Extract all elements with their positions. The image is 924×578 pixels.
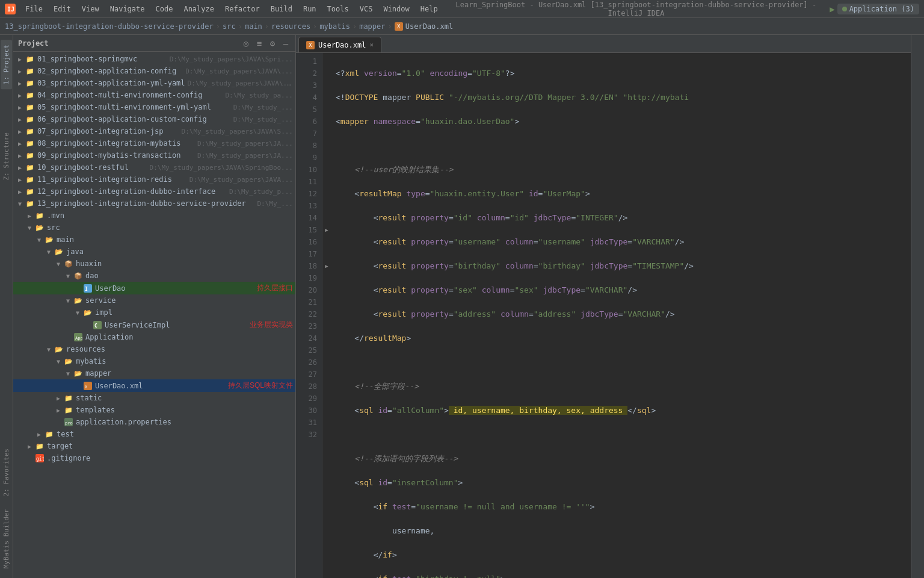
tree-arrow-03[interactable]: ▶ — [18, 80, 25, 87]
tree-item-huaxin[interactable]: ▼ 📦 huaxin — [13, 258, 295, 270]
tree-item-08[interactable]: ▶ 📁 08_springboot-integration-mybatis D:… — [13, 137, 295, 149]
tree-arrow-impl[interactable]: ▼ — [76, 309, 83, 316]
code-content[interactable]: <?xml version="1.0" encoding="UTF-8"?> <… — [331, 53, 911, 578]
project-tab[interactable]: 1: Project — [1, 40, 12, 89]
favorites-tab[interactable]: 2: Favorites — [1, 444, 12, 501]
tree-item-main[interactable]: ▼ 📂 main — [13, 234, 295, 246]
tree-item-resources[interactable]: ▼ 📂 resources — [13, 343, 295, 355]
tree-arrow-04[interactable]: ▶ — [18, 92, 25, 99]
mybatis-builder-tab[interactable]: MyBatis Builder — [1, 504, 12, 573]
tree-item-application[interactable]: ▶ App Application — [13, 331, 295, 343]
tree-item-gitignore[interactable]: ▶ git .gitignore — [13, 452, 295, 464]
tree-arrow-08[interactable]: ▶ — [18, 140, 25, 147]
tree-item-11[interactable]: ▶ 📁 11_springboot-integration-redis D:\M… — [13, 173, 295, 185]
tree-item-mybatis[interactable]: ▼ 📂 mybatis — [13, 355, 295, 367]
locate-file-icon[interactable]: ◎ — [241, 39, 251, 48]
menu-edit[interactable]: Edit — [49, 4, 76, 14]
tree-arrow-mapper[interactable]: ▼ — [66, 370, 73, 377]
tree-item-service[interactable]: ▼ 📂 service — [13, 294, 295, 306]
tree-item-src[interactable]: ▼ 📂 src — [13, 222, 295, 234]
tree-arrow-13[interactable]: ▼ — [18, 200, 25, 207]
tree-item-userdao[interactable]: ▶ I UserDao 持久层接口 — [13, 282, 295, 294]
tab-close-icon[interactable]: × — [369, 41, 374, 49]
tree-item-impl[interactable]: ▼ 📂 impl — [13, 306, 295, 319]
menu-help[interactable]: Help — [416, 4, 443, 14]
tree-item-06[interactable]: ▶ 📁 06_springboot-application-custom-con… — [13, 113, 295, 125]
tree-arrow-02[interactable]: ▶ — [18, 68, 25, 75]
tree-item-10[interactable]: ▶ 📁 10_springboot-restful D:\My_study_pa… — [13, 161, 295, 173]
tree-item-dao[interactable]: ▼ 📦 dao — [13, 270, 295, 282]
tree-item-03[interactable]: ▶ 📁 03_springboot-application-yml-yaml D… — [13, 77, 295, 89]
menu-file[interactable]: File — [20, 4, 48, 14]
menu-run[interactable]: Run — [298, 4, 321, 14]
project-tree[interactable]: ▶ 📁 01_springboot-springmvc D:\My_study_… — [13, 52, 295, 578]
tree-item-userdaoxml[interactable]: ▶ X UserDao.xml 持久层SQL映射文件 — [13, 379, 295, 392]
structure-tab[interactable]: Z: Structure — [1, 128, 12, 185]
tree-item-target[interactable]: ▶ 📁 target — [13, 440, 295, 452]
editor-gutter[interactable]: ▶ ▶ — [322, 53, 331, 578]
tree-path-08: D:\My_study_papers\JA... — [197, 140, 293, 148]
breadcrumb-resources[interactable]: resources — [271, 22, 310, 31]
code-editor[interactable]: 1 2 3 4 5 6 7 8 9 10 11 12 13 14 15 16 1… — [296, 53, 911, 578]
menu-analyze[interactable]: Analyze — [179, 4, 219, 14]
tree-item-mapper[interactable]: ▼ 📂 mapper — [13, 367, 295, 379]
tree-arrow-huaxin[interactable]: ▼ — [57, 261, 64, 267]
tree-arrow-06[interactable]: ▶ — [18, 116, 25, 123]
tree-arrow-12[interactable]: ▶ — [18, 188, 25, 195]
menu-tools[interactable]: Tools — [322, 4, 354, 14]
menu-view[interactable]: View — [77, 4, 104, 14]
tree-arrow-10[interactable]: ▶ — [18, 164, 25, 171]
breadcrumb-project[interactable]: 13_springboot-integration-dubbo-service-… — [5, 22, 214, 31]
tree-item-12[interactable]: ▶ 📁 12_springboot-integration-dubbo-inte… — [13, 185, 295, 197]
collapse-all-icon[interactable]: ≡ — [254, 39, 264, 48]
tree-arrow-09[interactable]: ▶ — [18, 152, 25, 159]
tree-item-test[interactable]: ▶ 📁 test — [13, 428, 295, 440]
tree-arrow-05[interactable]: ▶ — [18, 104, 25, 111]
tree-arrow-java[interactable]: ▼ — [47, 249, 54, 255]
tree-item-05[interactable]: ▶ 📁 05_springboot-multi-environment-yml-… — [13, 101, 295, 113]
folder-icon-service: 📂 — [73, 296, 83, 305]
tree-arrow-main[interactable]: ▼ — [37, 237, 45, 243]
tree-item-mvn[interactable]: ▶ 📁 .mvn — [13, 210, 295, 222]
tree-item-09[interactable]: ▶ 📁 09_springboot-mybatis-transaction D:… — [13, 149, 295, 161]
menu-window[interactable]: Window — [378, 4, 414, 14]
tree-arrow-11[interactable]: ▶ — [18, 176, 25, 183]
breadcrumb-file[interactable]: UserDao.xml — [405, 22, 453, 31]
tree-item-static[interactable]: ▶ 📁 static — [13, 392, 295, 404]
menu-build[interactable]: Build — [266, 4, 297, 14]
editor-tab-userdaoxml[interactable]: X UserDao.xml × — [298, 37, 381, 52]
menu-navigate[interactable]: Navigate — [105, 4, 150, 14]
tree-item-java[interactable]: ▼ 📂 java — [13, 246, 295, 258]
tree-label-07: 07_springboot-integration-jsp — [37, 127, 179, 135]
tree-arrow-templates[interactable]: ▶ — [57, 407, 64, 414]
tree-arrow-dao[interactable]: ▼ — [66, 273, 73, 279]
tree-arrow-target[interactable]: ▶ — [28, 443, 35, 450]
menu-code[interactable]: Code — [151, 4, 178, 14]
tree-item-templates[interactable]: ▶ 📁 templates — [13, 404, 295, 416]
tree-arrow-07[interactable]: ▶ — [18, 128, 25, 135]
breadcrumb-src[interactable]: src — [223, 22, 236, 31]
tree-item-userserviceimpl[interactable]: ▶ C UserServiceImpl 业务层实现类 — [13, 319, 295, 331]
breadcrumb-main[interactable]: main — [245, 22, 262, 31]
close-panel-icon[interactable]: — — [281, 39, 291, 48]
tree-arrow-test[interactable]: ▶ — [37, 431, 45, 438]
tree-arrow-resources[interactable]: ▼ — [47, 346, 54, 353]
tree-item-02[interactable]: ▶ 📁 02_springboot-application-config D:\… — [13, 65, 295, 77]
menu-vcs[interactable]: VCS — [355, 4, 378, 14]
tree-arrow-mvn[interactable]: ▶ — [28, 213, 35, 219]
tree-item-04[interactable]: ▶ 📁 04_springboot-multi-environment-conf… — [13, 89, 295, 101]
breadcrumb-mybatis[interactable]: mybatis — [319, 22, 350, 31]
tree-arrow-service[interactable]: ▼ — [66, 297, 73, 304]
tree-item-13[interactable]: ▼ 📁 13_springboot-integration-dubbo-serv… — [13, 197, 295, 210]
tree-arrow-01[interactable]: ▶ — [18, 56, 25, 63]
settings-icon[interactable]: ⚙ — [268, 39, 277, 48]
tree-arrow-src[interactable]: ▼ — [28, 225, 35, 231]
tree-item-01[interactable]: ▶ 📁 01_springboot-springmvc D:\My_study_… — [13, 53, 295, 65]
tree-item-07[interactable]: ▶ 📁 07_springboot-integration-jsp D:\My_… — [13, 125, 295, 137]
tree-item-appprops[interactable]: ▶ prop application.properties — [13, 416, 295, 428]
menu-refactor[interactable]: Refactor — [220, 4, 265, 14]
run-configuration-widget[interactable]: Application (3) — [837, 4, 919, 14]
tree-arrow-static[interactable]: ▶ — [57, 395, 64, 402]
breadcrumb-mapper[interactable]: mapper — [359, 22, 385, 31]
tree-arrow-mybatis[interactable]: ▼ — [57, 358, 64, 365]
